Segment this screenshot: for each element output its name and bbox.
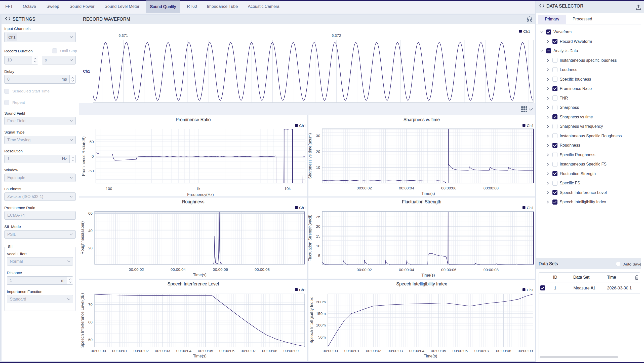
svg-text:Sharpness vs time(acum): Sharpness vs time(acum) bbox=[308, 133, 312, 179]
svg-text:20: 20 bbox=[316, 149, 320, 154]
svg-text:00:00:06: 00:00:06 bbox=[441, 268, 456, 272]
svg-text:00:00:02: 00:00:02 bbox=[134, 349, 149, 353]
svg-text:50: 50 bbox=[88, 338, 93, 342]
svg-text:200m: 200m bbox=[316, 300, 326, 304]
svg-text:6.372: 6.372 bbox=[332, 33, 341, 38]
svg-text:00:00:08: 00:00:08 bbox=[262, 349, 277, 353]
svg-text:50m: 50m bbox=[318, 335, 326, 339]
svg-text:00:00:00: 00:00:00 bbox=[91, 349, 106, 353]
svg-text:Frequency(Hz): Frequency(Hz) bbox=[187, 192, 214, 196]
svg-text:20: 20 bbox=[316, 224, 320, 228]
svg-text:Prominence Ratio(dB): Prominence Ratio(dB) bbox=[82, 136, 86, 176]
svg-text:00:00:08: 00:00:08 bbox=[255, 267, 270, 272]
svg-text:00:00:06: 00:00:06 bbox=[441, 186, 456, 190]
svg-text:Ch1: Ch1 bbox=[299, 123, 306, 128]
svg-text:70: 70 bbox=[88, 302, 93, 307]
svg-text:60: 60 bbox=[88, 211, 93, 215]
svg-text:Time(s): Time(s) bbox=[424, 354, 437, 358]
svg-text:Fluctuation Strength: Fluctuation Strength bbox=[402, 199, 441, 204]
svg-text:Sharpness vs time: Sharpness vs time bbox=[404, 117, 440, 122]
svg-text:Ch1: Ch1 bbox=[523, 29, 530, 34]
svg-text:-50: -50 bbox=[88, 169, 94, 173]
svg-text:150m: 150m bbox=[316, 311, 326, 316]
svg-text:00:00:08: 00:00:08 bbox=[484, 186, 499, 190]
svg-text:100m: 100m bbox=[316, 323, 326, 327]
svg-text:Ch1: Ch1 bbox=[527, 288, 534, 292]
svg-text:50: 50 bbox=[89, 140, 94, 144]
svg-text:Time(s): Time(s) bbox=[193, 273, 207, 277]
svg-text:6.371: 6.371 bbox=[118, 33, 128, 38]
svg-text:00:00:01: 00:00:01 bbox=[112, 349, 127, 353]
svg-text:00:00:07: 00:00:07 bbox=[474, 349, 490, 353]
svg-text:00:00:07: 00:00:07 bbox=[241, 349, 256, 353]
svg-text:10k: 10k bbox=[285, 186, 291, 191]
svg-text:00:00:04: 00:00:04 bbox=[176, 349, 192, 353]
svg-text:Ch1: Ch1 bbox=[527, 123, 534, 128]
svg-text:Time(s): Time(s) bbox=[193, 354, 207, 358]
svg-text:00:00:06: 00:00:06 bbox=[213, 267, 228, 272]
svg-text:10: 10 bbox=[316, 244, 320, 248]
svg-text:00:00:08: 00:00:08 bbox=[484, 268, 499, 272]
svg-text:00:00:01: 00:00:01 bbox=[344, 349, 359, 353]
svg-text:30: 30 bbox=[316, 134, 320, 138]
svg-text:15: 15 bbox=[316, 234, 320, 238]
svg-text:00:00:08: 00:00:08 bbox=[496, 349, 511, 353]
svg-text:00:00:02: 00:00:02 bbox=[366, 349, 381, 353]
svg-text:Speech Interference Level: Speech Interference Level bbox=[168, 281, 219, 286]
svg-text:Speech Intelligibility Index: Speech Intelligibility Index bbox=[309, 297, 314, 344]
svg-text:00:00:05: 00:00:05 bbox=[198, 349, 213, 353]
svg-text:Fluctuation Strength(vacil): Fluctuation Strength(vacil) bbox=[308, 215, 312, 261]
svg-text:0: 0 bbox=[92, 154, 94, 158]
svg-text:00:00:06: 00:00:06 bbox=[453, 349, 468, 353]
svg-text:00:00:09: 00:00:09 bbox=[518, 349, 533, 353]
svg-text:Ch1: Ch1 bbox=[299, 206, 306, 210]
svg-text:Ch1: Ch1 bbox=[527, 206, 534, 210]
svg-text:00:00:02: 00:00:02 bbox=[357, 268, 372, 272]
svg-text:00:00:04: 00:00:04 bbox=[399, 186, 414, 190]
svg-text:100: 100 bbox=[106, 186, 112, 191]
svg-text:1k: 1k bbox=[196, 186, 200, 191]
svg-text:Time(s): Time(s) bbox=[421, 273, 435, 277]
svg-text:00:00:05: 00:00:05 bbox=[431, 349, 446, 353]
svg-text:Speech Intelligibility Index: Speech Intelligibility Index bbox=[396, 281, 447, 286]
svg-text:10: 10 bbox=[316, 165, 320, 170]
svg-text:5: 5 bbox=[318, 253, 320, 258]
svg-text:Ch1: Ch1 bbox=[299, 288, 306, 292]
svg-text:00:00:04: 00:00:04 bbox=[399, 268, 414, 272]
svg-text:Speech Interference Level(dB): Speech Interference Level(dB) bbox=[80, 293, 85, 348]
svg-text:00:00:04: 00:00:04 bbox=[409, 349, 425, 353]
svg-text:40: 40 bbox=[88, 228, 93, 233]
svg-text:00:00:04: 00:00:04 bbox=[171, 267, 186, 272]
svg-text:25: 25 bbox=[316, 215, 320, 219]
svg-text:00:00:06: 00:00:06 bbox=[219, 349, 234, 353]
svg-text:00:00:00: 00:00:00 bbox=[323, 349, 338, 353]
svg-text:00:00:09: 00:00:09 bbox=[284, 349, 299, 353]
svg-text:Roughness: Roughness bbox=[182, 199, 205, 204]
svg-text:20: 20 bbox=[88, 246, 93, 250]
svg-text:00:00:03: 00:00:03 bbox=[155, 349, 170, 353]
svg-text:00:00:02: 00:00:02 bbox=[129, 267, 144, 272]
svg-text:Prominence Ratio: Prominence Ratio bbox=[176, 117, 211, 122]
svg-text:00:00:02: 00:00:02 bbox=[357, 186, 372, 190]
svg-text:Time(s): Time(s) bbox=[421, 191, 435, 196]
svg-text:00:00:03: 00:00:03 bbox=[388, 349, 403, 353]
svg-text:Ch1: Ch1 bbox=[83, 69, 90, 73]
svg-text:Roughness(asper): Roughness(asper) bbox=[80, 221, 85, 254]
svg-text:60: 60 bbox=[88, 320, 93, 324]
